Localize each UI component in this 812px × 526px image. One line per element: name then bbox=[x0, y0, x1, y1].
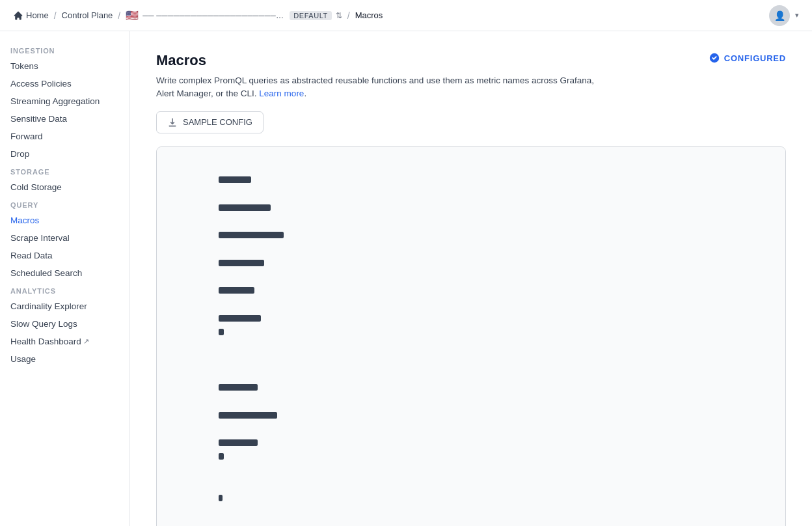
code-line-1 bbox=[170, 160, 772, 354]
sample-config-label: SAMPLE CONFIG bbox=[183, 117, 252, 127]
ingestion-section-label: INGESTION bbox=[0, 42, 129, 57]
topnav-right: 👤 ▾ bbox=[769, 5, 799, 26]
download-icon bbox=[167, 117, 178, 128]
breadcrumb-sep-2: / bbox=[118, 10, 120, 21]
sidebar-item-slow-query-logs[interactable]: Slow Query Logs bbox=[0, 315, 129, 333]
editor-content[interactable] bbox=[157, 147, 785, 527]
configured-check-icon bbox=[709, 52, 720, 64]
home-icon bbox=[13, 10, 23, 21]
sidebar-item-scheduled-search[interactable]: Scheduled Search bbox=[0, 264, 129, 282]
sidebar-item-read-data[interactable]: Read Data bbox=[0, 247, 129, 264]
sidebar-item-tokens[interactable]: Tokens bbox=[0, 57, 129, 75]
breadcrumb-sep-1: / bbox=[54, 10, 57, 21]
env-selector[interactable]: 🇺🇸 ── ───────────────────────── DEFAULT … bbox=[126, 9, 342, 21]
sidebar-item-access-policies[interactable]: Access Policies bbox=[0, 75, 129, 92]
page-header: Macros Write complex PromQL queries as a… bbox=[156, 52, 786, 101]
sidebar-item-cold-storage[interactable]: Cold Storage bbox=[0, 178, 129, 196]
configured-label: CONFIGURED bbox=[724, 53, 786, 63]
avatar[interactable]: 👤 bbox=[769, 5, 790, 26]
sidebar-item-streaming-aggregation[interactable]: Streaming Aggregation bbox=[0, 92, 129, 110]
sidebar-item-macros[interactable]: Macros bbox=[0, 212, 129, 229]
code-line-2 bbox=[170, 353, 772, 478]
topnav: Home / Control Plane / 🇺🇸 ── ───────────… bbox=[0, 0, 812, 31]
sidebar: INGESTION Tokens Access Policies Streami… bbox=[0, 31, 130, 526]
env-flag: 🇺🇸 bbox=[126, 9, 139, 21]
layout: INGESTION Tokens Access Policies Streami… bbox=[0, 31, 812, 526]
current-page-label: Macros bbox=[355, 10, 383, 20]
control-plane-link[interactable]: Control Plane bbox=[62, 10, 113, 20]
breadcrumb-sep-3: / bbox=[347, 10, 350, 21]
storage-section-label: STORAGE bbox=[0, 163, 129, 178]
code-line-3 bbox=[170, 478, 772, 519]
sample-config-button[interactable]: SAMPLE CONFIG bbox=[156, 111, 264, 133]
sidebar-item-drop[interactable]: Drop bbox=[0, 145, 129, 163]
env-default-badge: DEFAULT bbox=[290, 11, 332, 20]
external-link-icon: ↗ bbox=[83, 337, 89, 346]
sidebar-item-sensitive-data[interactable]: Sensitive Data bbox=[0, 110, 129, 128]
code-line-4 bbox=[170, 519, 772, 526]
editor-container: SAVE bbox=[156, 146, 786, 527]
sidebar-item-forward[interactable]: Forward bbox=[0, 128, 129, 145]
learn-more-link[interactable]: Learn more bbox=[259, 89, 304, 98]
sidebar-item-usage[interactable]: Usage bbox=[0, 350, 129, 368]
sidebar-item-scrape-interval[interactable]: Scrape Interval bbox=[0, 229, 129, 247]
home-link[interactable]: Home bbox=[13, 10, 49, 21]
analytics-section-label: ANALYTICS bbox=[0, 282, 129, 298]
sidebar-item-health-dashboard[interactable]: Health Dashboard ↗ bbox=[0, 333, 129, 350]
page-description: Write complex PromQL queries as abstract… bbox=[156, 74, 612, 101]
configured-badge: CONFIGURED bbox=[709, 52, 786, 64]
env-name: ── ───────────────────────── bbox=[142, 11, 286, 20]
page-title: Macros bbox=[156, 52, 612, 69]
avatar-chevron-icon[interactable]: ▾ bbox=[795, 11, 799, 20]
query-section-label: QUERY bbox=[0, 196, 129, 212]
env-chevron-icon[interactable]: ⇅ bbox=[336, 11, 342, 20]
sidebar-item-cardinality-explorer[interactable]: Cardinality Explorer bbox=[0, 298, 129, 315]
breadcrumb: Home / Control Plane / 🇺🇸 ── ───────────… bbox=[13, 9, 769, 21]
main-content: Macros Write complex PromQL queries as a… bbox=[130, 31, 812, 526]
page-title-section: Macros Write complex PromQL queries as a… bbox=[156, 52, 612, 101]
